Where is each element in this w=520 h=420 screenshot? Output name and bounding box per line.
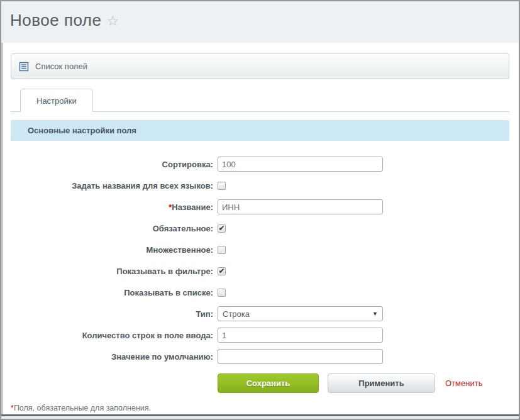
cancel-link[interactable]: Отменить — [445, 379, 482, 388]
buttons-row: Сохранить Применить Отменить — [218, 373, 509, 393]
field-label: Тип: — [11, 309, 213, 319]
form-row: Задать названия для всех языков: — [11, 178, 509, 193]
form-row: Тип:Строка▼ — [11, 306, 509, 321]
rows-count-input[interactable] — [218, 328, 383, 343]
form-row: Количество строк в поле ввода: — [11, 328, 509, 343]
list-icon — [19, 62, 29, 72]
field-value-area: ✔ — [218, 267, 226, 275]
field-value-area — [218, 182, 226, 190]
required-fields-note: *Поля, обязательные для заполнения. — [11, 404, 509, 412]
field-label: *Название: — [11, 202, 213, 212]
field-value-area — [218, 246, 226, 254]
favorite-star-icon[interactable]: ☆ — [107, 13, 119, 29]
form-row: Множественное: — [11, 242, 509, 257]
form-row: *Название: — [11, 199, 509, 214]
save-button[interactable]: Сохранить — [218, 373, 319, 393]
tab-settings-label: Настройки — [36, 96, 77, 106]
sort-input[interactable] — [218, 157, 383, 172]
required-asterisk: * — [169, 202, 172, 212]
bottom-border — [1, 414, 519, 419]
tab-bar: Настройки — [11, 89, 509, 112]
chevron-down-icon: ▼ — [372, 311, 378, 317]
window: Новое поле☆ Список полей Настройки Основ… — [0, 0, 520, 420]
field-label: Показывать в фильтре: — [11, 267, 213, 276]
field-label: Количество строк в поле ввода: — [11, 331, 213, 340]
section-header: Основные настройки поля — [11, 120, 509, 141]
multiple-checkbox[interactable] — [218, 246, 226, 254]
form-row: Показывать в фильтре:✔ — [11, 263, 509, 279]
field-value-area: ✔ — [218, 224, 226, 233]
apply-button[interactable]: Применить — [328, 373, 435, 393]
field-value-area: Строка▼ — [218, 306, 383, 321]
all-languages-checkbox[interactable] — [218, 182, 226, 190]
form-row: Сортировка: — [11, 157, 509, 172]
field-value-area — [218, 328, 383, 343]
required-fields-note-text: Поля, обязательные для заполнения. — [14, 404, 151, 412]
form-row: Значение по умолчанию: — [11, 349, 509, 364]
field-value-area — [218, 349, 383, 364]
form-rows: Сортировка:Задать названия для всех язык… — [11, 141, 509, 364]
page-header: Новое поле☆ — [1, 1, 519, 43]
field-value-area — [218, 199, 383, 214]
content-area: Список полей Настройки Основные настройк… — [1, 53, 519, 412]
name-input[interactable] — [218, 199, 383, 214]
field-list-button-label: Список полей — [35, 62, 87, 71]
field-value-area — [218, 289, 226, 297]
form-row: Показывать в списке: — [11, 285, 509, 300]
page-title: Новое поле — [10, 11, 102, 30]
field-label: Значение по умолчанию: — [11, 352, 213, 362]
field-label: Показывать в списке: — [11, 288, 213, 297]
default-value-input[interactable] — [218, 349, 383, 364]
field-list-button[interactable]: Список полей — [11, 53, 509, 79]
field-label: Задать названия для всех языков: — [11, 181, 213, 191]
select-selected-value: Строка — [223, 309, 250, 319]
field-value-area — [218, 157, 383, 172]
field-label: Сортировка: — [11, 160, 213, 169]
form-row: Обязательное:✔ — [11, 221, 509, 236]
show-in-filter-checkbox[interactable]: ✔ — [218, 267, 226, 275]
required-checkbox[interactable]: ✔ — [218, 224, 226, 233]
field-label: Обязательное: — [11, 224, 213, 233]
type-select[interactable]: Строка▼ — [218, 306, 383, 321]
field-label: Множественное: — [11, 245, 213, 255]
tab-settings[interactable]: Настройки — [20, 89, 93, 112]
show-in-list-checkbox[interactable] — [218, 289, 226, 297]
